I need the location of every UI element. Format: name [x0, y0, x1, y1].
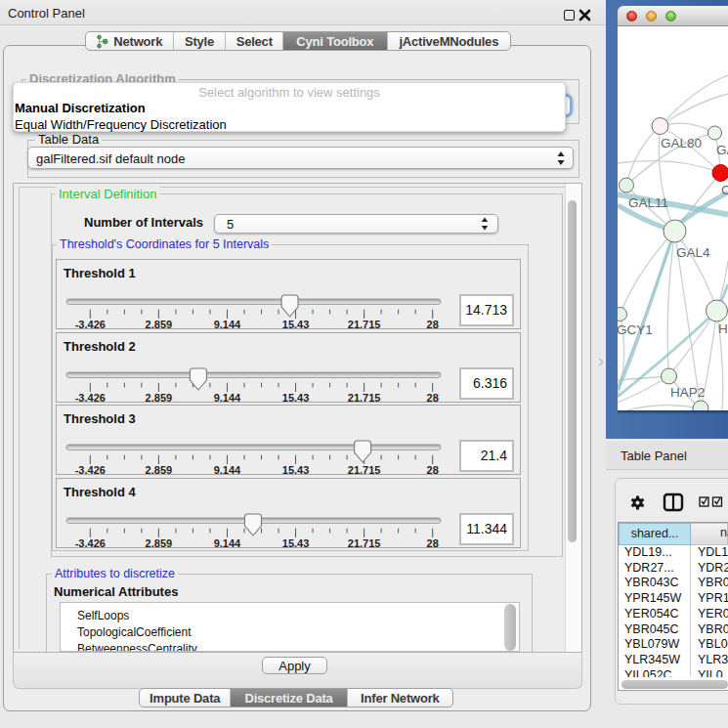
svg-text:28: 28 [427, 392, 439, 404]
svg-text:GA: GA [716, 143, 728, 157]
svg-text:GAL4: GAL4 [676, 245, 710, 260]
svg-text:15.43: 15.43 [282, 392, 310, 404]
svg-text:-3.426: -3.426 [75, 392, 106, 404]
svg-text:2.859: 2.859 [146, 464, 173, 476]
svg-text:2.859: 2.859 [146, 392, 173, 404]
svg-text:9.144: 9.144 [214, 319, 241, 330]
svg-text:28: 28 [427, 464, 439, 476]
svg-text:21.715: 21.715 [348, 319, 381, 330]
svg-text:15.43: 15.43 [282, 319, 310, 330]
svg-text:GAL80: GAL80 [661, 136, 702, 150]
svg-text:28: 28 [427, 319, 439, 330]
svg-text:21.715: 21.715 [348, 392, 381, 404]
svg-text:21.715: 21.715 [348, 464, 381, 476]
svg-text:CC: CC [721, 183, 728, 197]
svg-text:-3.426: -3.426 [75, 464, 106, 476]
svg-text:15.43: 15.43 [282, 464, 310, 476]
svg-text:28: 28 [427, 537, 439, 549]
svg-text:GAL11: GAL11 [628, 195, 668, 210]
svg-text:2.859: 2.859 [146, 537, 173, 549]
svg-text:9.144: 9.144 [214, 464, 241, 476]
svg-text:9.144: 9.144 [214, 537, 241, 549]
svg-text:GCY1: GCY1 [618, 322, 653, 337]
svg-text:15.43: 15.43 [282, 537, 310, 549]
svg-text:HAP2: HAP2 [670, 385, 705, 400]
svg-text:-3.426: -3.426 [75, 319, 106, 330]
svg-text:2.859: 2.859 [146, 319, 173, 330]
svg-text:21.715: 21.715 [348, 537, 381, 549]
svg-text:9.144: 9.144 [214, 392, 241, 404]
svg-text:H: H [718, 321, 728, 336]
svg-text:-3.426: -3.426 [75, 537, 106, 549]
